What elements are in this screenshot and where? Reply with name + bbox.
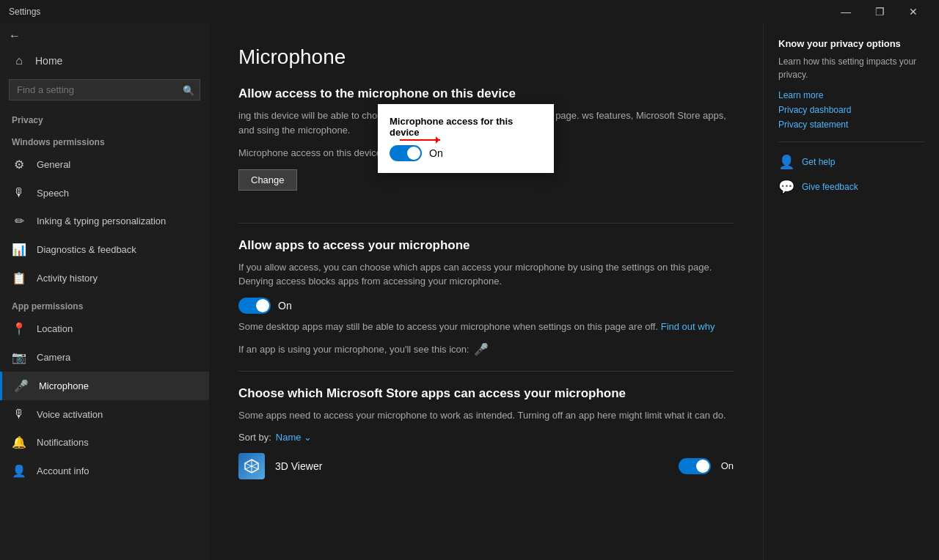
restore-button[interactable]: ❐ xyxy=(863,0,896,23)
sort-chevron-icon: ⌄ xyxy=(304,432,312,443)
notifications-icon: 🔔 xyxy=(12,435,26,449)
back-arrow-icon: ← xyxy=(9,29,21,43)
notifications-label: Notifications xyxy=(37,437,89,448)
section2-title: Allow apps to access your microphone xyxy=(238,238,734,253)
give-feedback-label: Give feedback xyxy=(802,182,858,192)
right-panel-title: Know your privacy options xyxy=(778,38,924,49)
sidebar-item-diagnostics[interactable]: 📊 Diagnostics & feedback xyxy=(0,235,209,264)
desktop-note: Some desktop apps may still be able to a… xyxy=(238,320,734,334)
app-title: Settings xyxy=(9,7,829,17)
account-icon: 👤 xyxy=(12,464,26,478)
sort-label: Sort by: xyxy=(238,432,271,443)
activity-label: Activity history xyxy=(37,273,98,284)
sidebar-item-home[interactable]: ⌂ Home xyxy=(0,48,209,73)
back-button[interactable]: ← xyxy=(0,23,209,48)
close-button[interactable]: ✕ xyxy=(896,0,930,23)
section-divider-1 xyxy=(238,223,734,224)
minimize-button[interactable]: — xyxy=(829,0,863,23)
section3-title: Choose which Microsoft Store apps can ac… xyxy=(238,386,734,401)
apps-toggle-row: On xyxy=(238,298,734,314)
give-feedback-icon: 💬 xyxy=(778,179,794,195)
section3-desc: Some apps need to access your microphone… xyxy=(238,408,734,423)
windows-permissions-label: Windows permissions xyxy=(0,128,209,150)
inking-icon: ✏ xyxy=(12,214,26,228)
right-panel: Know your privacy options Learn how this… xyxy=(763,23,939,560)
title-bar: Settings — ❐ ✕ xyxy=(0,0,939,23)
sidebar-item-activity[interactable]: 📋 Activity history xyxy=(0,264,209,292)
diagnostics-label: Diagnostics & feedback xyxy=(37,244,136,255)
sidebar-item-speech[interactable]: 🎙 Speech xyxy=(0,179,209,207)
sidebar-item-location[interactable]: 📍 Location xyxy=(0,314,209,343)
search-input[interactable] xyxy=(9,79,200,100)
section2-desc: If you allow access, you can choose whic… xyxy=(238,260,734,289)
speech-label: Speech xyxy=(37,188,69,199)
get-help-action[interactable]: 👤 Get help xyxy=(778,154,924,170)
tooltip-popup: Microphone access for this device On xyxy=(378,104,554,173)
voice-icon: 🎙 xyxy=(12,408,26,421)
3dviewer-name: 3D Viewer xyxy=(275,460,668,472)
sidebar-item-voice[interactable]: 🎙 Voice activation xyxy=(0,400,209,428)
red-arrow-annotation xyxy=(400,139,440,141)
find-out-why-link[interactable]: Find out why xyxy=(661,321,715,332)
home-icon: ⌂ xyxy=(12,54,26,67)
privacy-dashboard-link[interactable]: Privacy dashboard xyxy=(778,105,924,115)
change-button[interactable]: Change xyxy=(238,169,297,191)
apps-microphone-toggle[interactable] xyxy=(238,298,271,314)
account-label: Account info xyxy=(37,465,89,476)
sidebar-item-camera[interactable]: 📷 Camera xyxy=(0,343,209,372)
app-row-3dviewer: 3D Viewer On xyxy=(238,453,734,479)
tooltip-toggle-state: On xyxy=(429,147,443,159)
camera-icon: 📷 xyxy=(12,350,26,364)
get-help-icon: 👤 xyxy=(778,154,794,170)
3dviewer-toggle[interactable] xyxy=(679,458,711,474)
tooltip-toggle[interactable] xyxy=(390,145,422,161)
location-label: Location xyxy=(37,323,73,334)
general-label: General xyxy=(37,159,70,170)
sidebar: ← ⌂ Home 🔍 Privacy Windows permissions ⚙… xyxy=(0,23,209,560)
microphone-label: Microphone xyxy=(39,380,89,391)
sidebar-item-inking[interactable]: ✏ Inking & typing personalization xyxy=(0,207,209,235)
icon-note: If an app is using your microphone, you'… xyxy=(238,342,734,356)
right-panel-desc: Learn how this setting impacts your priv… xyxy=(778,55,924,81)
diagnostics-icon: 📊 xyxy=(12,243,26,257)
section-divider-2 xyxy=(238,371,734,372)
search-container: 🔍 xyxy=(9,79,200,100)
speech-icon: 🎙 xyxy=(12,186,26,199)
section1-title: Allow access to the microphone on this d… xyxy=(238,86,734,101)
right-panel-divider xyxy=(778,141,924,142)
inking-label: Inking & typing personalization xyxy=(37,215,166,226)
general-icon: ⚙ xyxy=(12,158,26,172)
location-icon: 📍 xyxy=(12,322,26,336)
microphone-icon: 🎤 xyxy=(14,379,29,393)
sidebar-item-microphone[interactable]: 🎤 Microphone xyxy=(0,372,209,400)
page-title: Microphone xyxy=(238,45,734,69)
sidebar-item-notifications[interactable]: 🔔 Notifications xyxy=(0,428,209,457)
icon-note-text: If an app is using your microphone, you'… xyxy=(238,344,470,355)
privacy-section-label: Privacy xyxy=(0,106,209,128)
3dviewer-icon xyxy=(238,453,265,479)
privacy-statement-link[interactable]: Privacy statement xyxy=(778,119,924,130)
give-feedback-action[interactable]: 💬 Give feedback xyxy=(778,179,924,195)
3dviewer-toggle-label: On xyxy=(721,460,734,471)
sort-dropdown[interactable]: Name ⌄ xyxy=(276,432,313,443)
window-controls: — ❐ ✕ xyxy=(829,0,930,23)
sidebar-item-account[interactable]: 👤 Account info xyxy=(0,457,209,485)
app-permissions-label: App permissions xyxy=(0,292,209,314)
sidebar-item-general[interactable]: ⚙ General xyxy=(0,150,209,179)
home-label: Home xyxy=(35,55,62,67)
sort-value: Name xyxy=(276,432,302,443)
search-icon: 🔍 xyxy=(183,84,194,95)
voice-label: Voice activation xyxy=(37,409,103,420)
app-body: ← ⌂ Home 🔍 Privacy Windows permissions ⚙… xyxy=(0,23,939,560)
mic-icon-inline: 🎤 xyxy=(474,342,489,356)
camera-label: Camera xyxy=(37,352,70,363)
sort-row: Sort by: Name ⌄ xyxy=(238,432,734,443)
activity-icon: 📋 xyxy=(12,271,26,285)
get-help-label: Get help xyxy=(802,157,835,167)
main-content: Microphone Allow access to the microphon… xyxy=(209,23,763,560)
apps-toggle-label: On xyxy=(278,300,292,312)
learn-more-link[interactable]: Learn more xyxy=(778,90,924,100)
tooltip-toggle-row: On xyxy=(390,145,542,161)
tooltip-title: Microphone access for this device xyxy=(390,116,542,138)
